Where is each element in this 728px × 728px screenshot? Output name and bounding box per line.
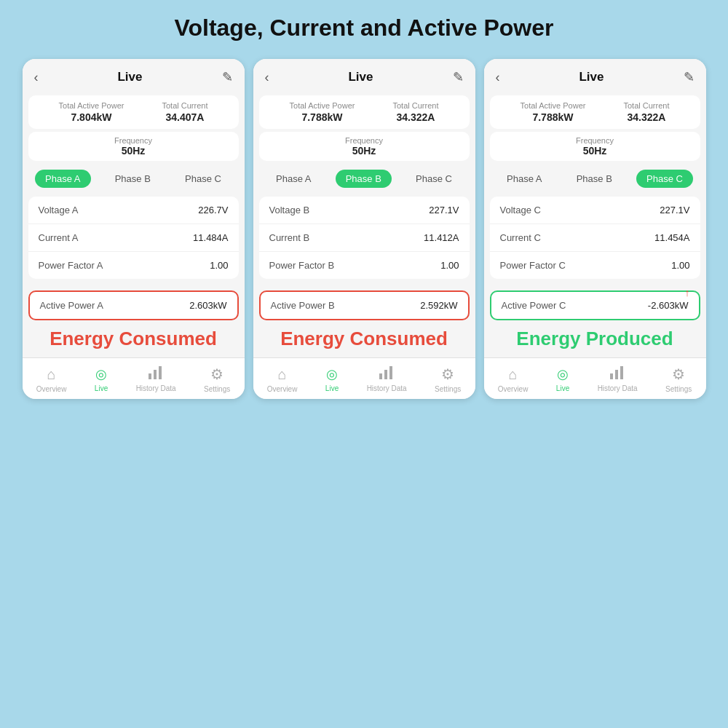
energy-label: Energy Consumed bbox=[253, 323, 475, 357]
svg-rect-1 bbox=[154, 370, 157, 379]
nav-item-settings[interactable]: ⚙ Settings bbox=[435, 365, 461, 393]
data-row: Voltage B 227.1V bbox=[259, 197, 470, 224]
data-row: Current C 11.454A bbox=[490, 224, 700, 252]
nav-item-overview[interactable]: ⌂ Overview bbox=[36, 366, 67, 393]
stats-row: Total Active Power 7.804kW Total Current… bbox=[28, 95, 239, 129]
nav-label-settings: Settings bbox=[435, 385, 461, 393]
phase-tabs: Phase A Phase B Phase C bbox=[23, 164, 245, 194]
phase-tabs: Phase A Phase B Phase C bbox=[253, 164, 475, 194]
phone-content: ‹ Live ✎ Total Active Power 7.788kW Tota… bbox=[484, 59, 706, 357]
nav-item-live[interactable]: ◎ Live bbox=[556, 366, 569, 392]
data-row: Current B 11.412A bbox=[259, 224, 470, 252]
data-row-value: 1.00 bbox=[440, 260, 459, 271]
settings-icon: ⚙ bbox=[210, 365, 223, 383]
data-row-label: Current A bbox=[39, 232, 79, 243]
data-row-label: Power Factor C bbox=[500, 260, 566, 271]
bottom-nav: ⌂ Overview ◎ Live History Data ⚙ bbox=[484, 357, 706, 399]
phone-content: ‹ Live ✎ Total Active Power 7.788kW Tota… bbox=[253, 59, 475, 357]
nav-label-history: History Data bbox=[136, 384, 176, 392]
nav-item-history[interactable]: History Data bbox=[136, 366, 176, 392]
nav-label-overview: Overview bbox=[36, 385, 67, 393]
nav-label-settings: Settings bbox=[204, 385, 230, 393]
nav-label-history: History Data bbox=[598, 384, 638, 392]
data-row-value: 227.1V bbox=[429, 205, 459, 215]
nav-item-settings[interactable]: ⚙ Settings bbox=[665, 365, 692, 393]
phone-header: ‹ Live ✎ bbox=[484, 59, 706, 92]
svg-rect-7 bbox=[615, 370, 618, 379]
phone-header: ‹ Live ✎ bbox=[253, 59, 475, 92]
data-row: Power Factor C 1.00 bbox=[490, 252, 700, 279]
total-active-power: Total Active Power 7.788kW bbox=[521, 101, 586, 123]
phase-tab-phase-a[interactable]: Phase A bbox=[35, 170, 90, 188]
data-row: Current A 11.484A bbox=[28, 224, 239, 252]
back-button[interactable]: ‹ bbox=[496, 70, 500, 85]
total-active-power-value: 7.788kW bbox=[532, 111, 573, 123]
active-power-label: Active Power C bbox=[502, 300, 566, 311]
nav-label-history: History Data bbox=[367, 384, 407, 392]
edit-button[interactable]: ✎ bbox=[684, 69, 695, 85]
data-row-value: 1.00 bbox=[210, 260, 228, 271]
active-power-value: ↑ -2.603kW bbox=[648, 300, 689, 311]
phase-tab-phase-b[interactable]: Phase B bbox=[336, 170, 392, 188]
live-icon: ◎ bbox=[326, 366, 338, 382]
active-power-label: Active Power A bbox=[40, 300, 103, 311]
phase-tab-phase-b[interactable]: Phase B bbox=[105, 170, 161, 188]
home-icon: ⌂ bbox=[47, 366, 56, 383]
total-active-power-label: Total Active Power bbox=[521, 101, 586, 110]
data-row-value: 1.00 bbox=[671, 260, 689, 271]
data-section: Voltage A 226.7V Current A 11.484A Power… bbox=[28, 197, 239, 279]
nav-item-live[interactable]: ◎ Live bbox=[95, 366, 108, 392]
phase-tab-phase-b[interactable]: Phase B bbox=[566, 170, 622, 188]
phase-tab-phase-c[interactable]: Phase C bbox=[636, 170, 693, 188]
total-current-value: 34.407A bbox=[165, 111, 204, 123]
frequency-section: Frequency 50Hz bbox=[259, 132, 470, 161]
data-row-value: 226.7V bbox=[198, 205, 228, 215]
frequency-section: Frequency 50Hz bbox=[490, 132, 700, 161]
edit-button[interactable]: ✎ bbox=[222, 69, 233, 85]
settings-icon: ⚙ bbox=[672, 365, 685, 383]
frequency-section: Frequency 50Hz bbox=[28, 132, 239, 161]
nav-item-live[interactable]: ◎ Live bbox=[325, 366, 339, 392]
nav-item-overview[interactable]: ⌂ Overview bbox=[267, 366, 298, 393]
total-current-label: Total Current bbox=[623, 101, 669, 110]
header-title: Live bbox=[348, 70, 373, 84]
nav-item-overview[interactable]: ⌂ Overview bbox=[498, 366, 529, 393]
phase-tab-phase-a[interactable]: Phase A bbox=[496, 170, 552, 188]
phone-header: ‹ Live ✎ bbox=[23, 59, 245, 92]
stats-row: Total Active Power 7.788kW Total Current… bbox=[259, 95, 470, 129]
phase-tab-phase-c[interactable]: Phase C bbox=[405, 170, 462, 188]
total-current: Total Current 34.407A bbox=[162, 101, 207, 123]
nav-item-history[interactable]: History Data bbox=[367, 366, 407, 392]
data-section: Voltage C 227.1V Current C 11.454A Power… bbox=[490, 197, 700, 279]
frequency-label: Frequency bbox=[490, 136, 700, 145]
phase-tab-phase-c[interactable]: Phase C bbox=[175, 170, 232, 188]
data-row-label: Voltage A bbox=[39, 205, 79, 215]
nav-label-settings: Settings bbox=[665, 385, 692, 393]
active-power-row: Active Power C ↑ -2.603kW bbox=[490, 290, 700, 320]
total-current: Total Current 34.322A bbox=[623, 101, 669, 123]
nav-item-settings[interactable]: ⚙ Settings bbox=[204, 365, 230, 393]
frequency-label: Frequency bbox=[28, 136, 239, 145]
data-row: Voltage C 227.1V bbox=[490, 197, 700, 224]
phone-2: ‹ Live ✎ Total Active Power 7.788kW Tota… bbox=[253, 59, 475, 399]
page-title: Voltage, Current and Active Power bbox=[175, 15, 554, 41]
total-active-power: Total Active Power 7.804kW bbox=[59, 101, 124, 123]
frequency-value: 50Hz bbox=[259, 145, 470, 157]
total-current-value: 34.322A bbox=[627, 111, 665, 123]
data-row-value: 11.412A bbox=[424, 232, 459, 243]
energy-label: Energy Consumed bbox=[23, 323, 245, 357]
total-active-power-value: 7.788kW bbox=[301, 111, 342, 123]
energy-label: Energy Produced bbox=[484, 323, 706, 357]
back-button[interactable]: ‹ bbox=[265, 70, 269, 85]
phase-tab-phase-a[interactable]: Phase A bbox=[266, 170, 321, 188]
frequency-value: 50Hz bbox=[490, 145, 700, 157]
data-row-label: Voltage C bbox=[500, 205, 541, 215]
nav-item-history[interactable]: History Data bbox=[598, 366, 638, 392]
settings-icon: ⚙ bbox=[441, 365, 454, 383]
svg-rect-5 bbox=[389, 366, 392, 379]
svg-rect-6 bbox=[610, 373, 613, 379]
bottom-nav: ⌂ Overview ◎ Live History Data ⚙ bbox=[253, 357, 475, 399]
svg-rect-2 bbox=[159, 366, 162, 379]
edit-button[interactable]: ✎ bbox=[453, 69, 464, 85]
back-button[interactable]: ‹ bbox=[34, 70, 39, 85]
